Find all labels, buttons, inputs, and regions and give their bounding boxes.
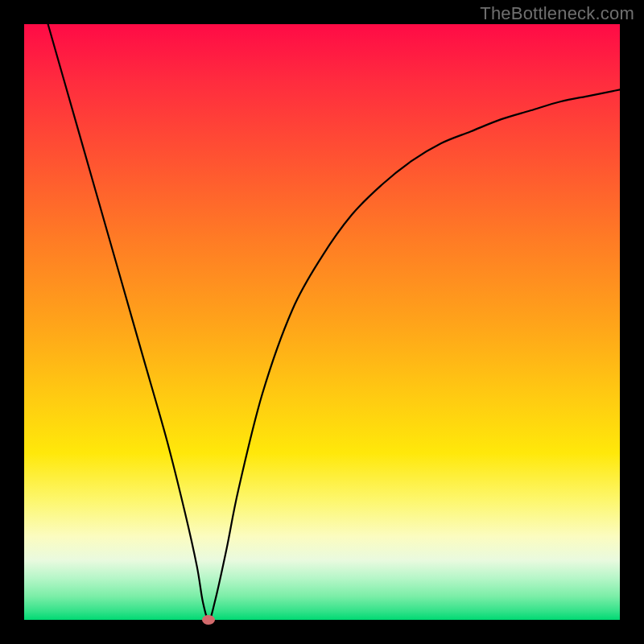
curve-svg [24,24,620,620]
plot-area [24,24,620,620]
watermark-label: TheBottleneck.com [480,3,634,24]
chart-frame: TheBottleneck.com [0,0,644,644]
bottleneck-curve [48,24,620,620]
optimal-point-marker [202,615,215,625]
